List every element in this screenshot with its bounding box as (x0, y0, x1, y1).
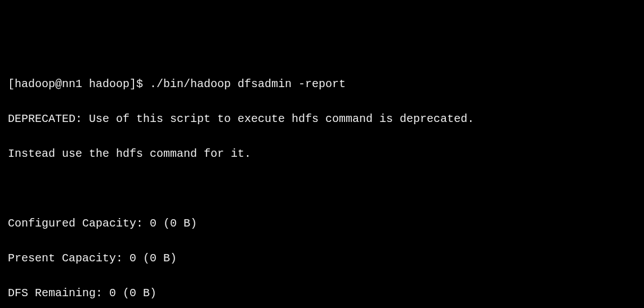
command-text: ./bin/hadoop dfsadmin -report (150, 78, 346, 90)
output-line: Configured Capacity: 0 (0 B) (8, 215, 636, 232)
output-line: DFS Remaining: 0 (0 B) (8, 284, 636, 302)
shell-prompt: [hadoop@nn1 hadoop]$ (8, 78, 150, 90)
prompt-line[interactable]: [hadoop@nn1 hadoop]$ ./bin/hadoop dfsadm… (8, 75, 636, 93)
output-line: DEPRECATED: Use of this script to execut… (8, 110, 636, 128)
output-line: Present Capacity: 0 (0 B) (8, 250, 636, 267)
output-line: Instead use the hdfs command for it. (8, 145, 636, 162)
blank-line (8, 180, 636, 197)
